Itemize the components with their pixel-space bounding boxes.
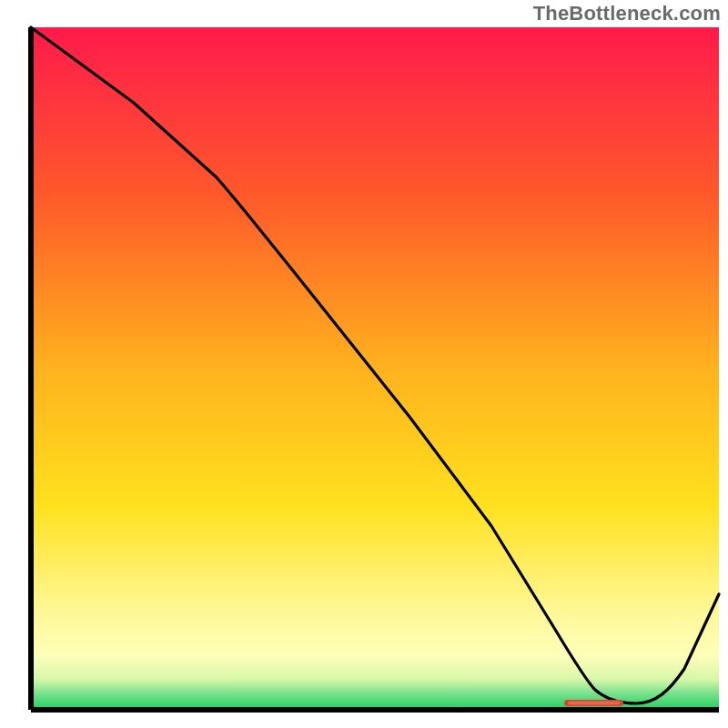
plot-background [31,27,719,710]
watermark-text: TheBottleneck.com [533,2,721,25]
chart-svg [0,0,728,728]
chart-canvas: TheBottleneck.com [0,0,728,728]
min-marker-core [568,702,620,705]
